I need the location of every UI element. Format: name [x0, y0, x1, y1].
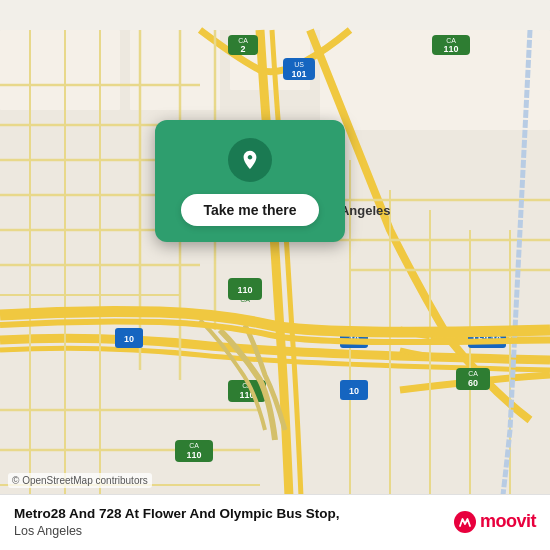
svg-text:CA: CA [240, 296, 250, 303]
city-name: Los Angeles [14, 524, 444, 538]
moovit-wordmark: moovit [480, 511, 536, 532]
svg-text:CA: CA [238, 37, 248, 44]
popup-card: Take me there [155, 120, 345, 242]
map-container: 110 CA 10 10 I 5;I 10 CA 110 CA 110 10 C… [0, 0, 550, 550]
osm-attribution: © OpenStreetMap contributors [8, 473, 152, 488]
svg-text:60: 60 [468, 378, 478, 388]
svg-text:CA: CA [446, 37, 456, 44]
svg-text:110: 110 [237, 285, 252, 295]
map-roads: 110 CA 10 10 I 5;I 10 CA 110 CA 110 10 C… [0, 0, 550, 550]
svg-text:110: 110 [443, 44, 458, 54]
svg-text:CA: CA [189, 442, 199, 449]
svg-text:US: US [294, 61, 304, 68]
svg-text:110: 110 [186, 450, 201, 460]
svg-text:10: 10 [124, 334, 134, 344]
location-pin-icon [228, 138, 272, 182]
location-info: Metro28 And 728 At Flower And Olympic Bu… [14, 505, 444, 538]
bottom-bar: Metro28 And 728 At Flower And Olympic Bu… [0, 494, 550, 550]
svg-rect-2 [0, 30, 120, 110]
svg-rect-3 [130, 30, 220, 110]
svg-text:10: 10 [349, 386, 359, 396]
stop-title: Metro28 And 728 At Flower And Olympic Bu… [14, 505, 444, 523]
moovit-logo: moovit [454, 511, 536, 533]
svg-text:101: 101 [291, 69, 306, 79]
svg-text:2: 2 [240, 44, 245, 54]
moovit-icon [454, 511, 476, 533]
svg-text:CA: CA [468, 370, 478, 377]
take-me-there-button[interactable]: Take me there [181, 194, 318, 226]
